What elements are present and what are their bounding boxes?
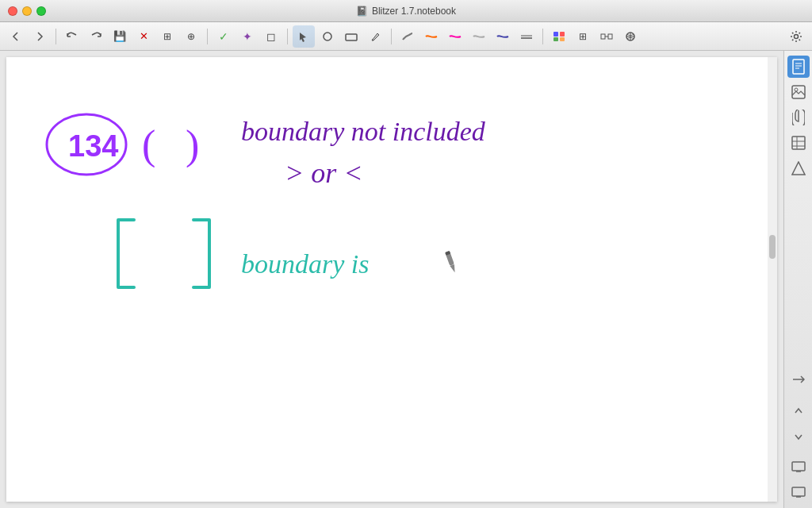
- sep4: [391, 29, 392, 44]
- svg-text:134: 134: [68, 129, 118, 163]
- svg-rect-2: [553, 32, 558, 37]
- svg-rect-20: [793, 60, 804, 74]
- screen2-button[interactable]: [787, 481, 810, 503]
- cursor-tool[interactable]: [293, 25, 315, 48]
- connector-button[interactable]: [596, 25, 618, 48]
- svg-rect-25: [792, 462, 805, 471]
- svg-rect-23: [792, 137, 805, 149]
- svg-text:(: (: [142, 122, 155, 168]
- svg-rect-7: [608, 34, 612, 39]
- line5-tool[interactable]: [515, 25, 538, 48]
- star-button[interactable]: ✦: [236, 25, 259, 48]
- forward-button[interactable]: [29, 25, 51, 48]
- notebook-icon: 📓: [356, 6, 368, 17]
- canvas-area[interactable]: 134 ( ) boundary not included > or < bou…: [6, 57, 777, 502]
- back-button[interactable]: [5, 25, 27, 48]
- sep3: [287, 29, 288, 44]
- main-layout: 134 ( ) boundary not included > or < bou…: [0, 51, 812, 508]
- expand-button[interactable]: [787, 368, 810, 391]
- svg-rect-21: [792, 86, 805, 98]
- zoom-button[interactable]: ⊕: [180, 25, 202, 48]
- pen-tool[interactable]: [364, 25, 386, 48]
- titlebar: 📓 Blitzer 1.7.notebook: [0, 0, 812, 22]
- svg-rect-26: [792, 487, 805, 496]
- delete-button[interactable]: ✕: [132, 25, 155, 48]
- image-button[interactable]: [787, 81, 810, 103]
- sep2: [207, 29, 208, 44]
- nav-down-button[interactable]: [787, 425, 810, 448]
- svg-point-0: [324, 33, 331, 40]
- window-controls[interactable]: [8, 6, 46, 16]
- shape-button[interactable]: ◻: [260, 25, 282, 48]
- undo-button[interactable]: [61, 25, 83, 48]
- window-title: 📓 Blitzer 1.7.notebook: [356, 6, 456, 17]
- main-toolbar: 💾 ✕ ⊞ ⊕ ✓ ✦ ◻: [0, 22, 812, 51]
- grid3-button[interactable]: ⊞: [572, 25, 594, 48]
- minimize-button[interactable]: [22, 6, 32, 16]
- globe-button[interactable]: [619, 25, 642, 48]
- sep1: [56, 29, 56, 44]
- scrollbar-thumb[interactable]: [769, 235, 776, 259]
- shape3-button[interactable]: [787, 157, 810, 179]
- scrollbar-track[interactable]: [768, 57, 777, 502]
- svg-marker-24: [792, 162, 805, 175]
- redo-button[interactable]: [85, 25, 107, 48]
- notebook-canvas[interactable]: 134 ( ) boundary not included > or < bou…: [6, 57, 777, 502]
- svg-rect-3: [560, 32, 565, 37]
- nav-up-button[interactable]: [787, 400, 810, 422]
- pen2-tool[interactable]: [396, 25, 419, 48]
- close-button[interactable]: [8, 6, 17, 16]
- svg-text:boundary not included: boundary not included: [241, 117, 486, 146]
- grid-button[interactable]: ⊞: [156, 25, 178, 48]
- svg-rect-5: [560, 37, 565, 41]
- svg-text:boundary is: boundary is: [241, 249, 370, 279]
- check-button[interactable]: ✓: [213, 25, 235, 48]
- svg-point-9: [795, 34, 799, 38]
- svg-rect-6: [601, 34, 605, 39]
- settings-button[interactable]: [785, 25, 807, 48]
- line3-tool[interactable]: [468, 25, 490, 48]
- circle-tool[interactable]: [316, 25, 339, 48]
- page-view-button[interactable]: [787, 56, 810, 78]
- screen1-button[interactable]: [787, 456, 810, 478]
- svg-rect-4: [553, 37, 558, 41]
- line4-tool[interactable]: [492, 25, 514, 48]
- maximize-button[interactable]: [36, 6, 46, 16]
- table-button[interactable]: [787, 132, 810, 154]
- palette-button[interactable]: [548, 25, 570, 48]
- svg-text:> or <: > or <: [285, 157, 363, 189]
- save-button[interactable]: 💾: [109, 25, 131, 48]
- svg-text:): ): [186, 122, 199, 168]
- sep5: [542, 29, 543, 44]
- attach-button[interactable]: [787, 106, 810, 129]
- right-sidebar: [783, 51, 812, 508]
- svg-rect-1: [346, 34, 357, 40]
- line2-tool[interactable]: [444, 25, 466, 48]
- svg-marker-18: [450, 264, 457, 273]
- line1-tool[interactable]: [420, 25, 442, 48]
- eraser-tool[interactable]: [340, 25, 362, 48]
